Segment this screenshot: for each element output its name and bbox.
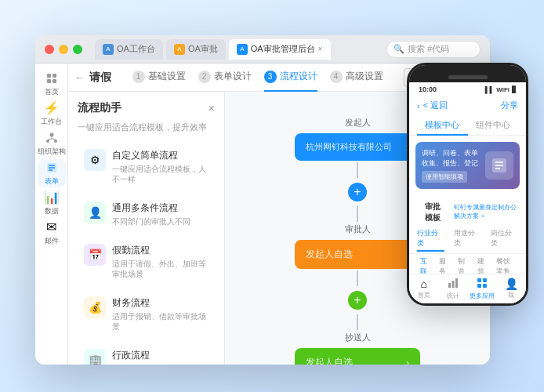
approver-node[interactable]: 发起人自选 ›	[295, 240, 420, 269]
sidebar-item-data[interactable]: 📊 数据	[38, 189, 66, 217]
sidebar-item-work[interactable]: ⚡ 工作台	[38, 100, 66, 128]
flow-item-custom[interactable]: ⚙ 自定义简单流程 一键应用适合流程模板，人不一样	[78, 143, 215, 191]
svg-rect-19	[452, 281, 454, 288]
connector-2	[357, 206, 358, 222]
conditional-flow-title: 通用多条件流程	[112, 201, 209, 215]
phone-status-icons: ▌▌ WiFi ▊	[485, 86, 517, 93]
flow-item-conditional[interactable]: 👤 通用多条件流程 不同部门的审批人不同	[78, 195, 215, 233]
form-icon	[45, 161, 59, 175]
phone-nav-stats-label: 统计	[447, 292, 459, 300]
phone-nav-more-label: 更多应用	[470, 292, 495, 300]
flow-panel: 流程助手 × 一键应用适合流程模板，提升效率 ⚙ 自定义简单流程 一键应用适合流…	[68, 92, 225, 365]
phone-tabs-row: 模板中心 组件中心	[409, 116, 526, 136]
phone-status-bar: 10:00 ▌▌ WiFi ▊	[409, 82, 526, 95]
tab-basic-settings[interactable]: 1 基础设置	[132, 64, 186, 92]
admin-flow-title: 行政流程	[112, 349, 209, 362]
svg-rect-22	[483, 278, 487, 282]
finance-flow-title: 财务流程	[112, 296, 209, 310]
phone-banner-button[interactable]: 使用智能填项	[422, 171, 467, 183]
tab-form-design[interactable]: 2 表单设计	[198, 64, 252, 92]
cc-value: 发起人自选	[306, 356, 353, 365]
sidebar-item-org[interactable]: 组织架构	[38, 129, 66, 158]
wifi-icon: WiFi	[496, 86, 510, 93]
conditional-flow-desc: 不同部门的审批人不同	[112, 216, 209, 227]
phone-content: ‹ < 返回 分享 模板中心 组件中心 调研、问卷、表单 收集、报告、登记 使用…	[409, 95, 526, 306]
phone-template-link[interactable]: 钉钉专属量身定制办公解决方案 >	[454, 203, 518, 220]
add-node-btn-2[interactable]: +	[348, 291, 367, 310]
svg-line-9	[52, 139, 56, 140]
tab-oa-approval[interactable]: A OA审批	[166, 39, 226, 60]
svg-line-8	[48, 139, 52, 140]
leave-flow-desc: 适用于请假、外出、加班等审批场景	[112, 259, 209, 279]
step-num-3: 3	[264, 71, 277, 83]
phone-nav-more-icon	[477, 278, 488, 291]
flow-item-admin[interactable]: 🏢 行政流程 适用于物品采购/用印申请等审批场景	[78, 343, 215, 365]
phone-nav-profile[interactable]: 👤 我	[497, 278, 526, 300]
approver-label: 审批人	[345, 223, 371, 235]
phone-cat-tab-use[interactable]: 用途分类	[454, 228, 481, 252]
phone-back-label: < 返回	[423, 100, 448, 111]
search-bar[interactable]: 🔍 搜索 #代码	[386, 41, 481, 58]
phone-nav-more[interactable]: 更多应用	[468, 278, 497, 300]
finance-flow-desc: 适用于报销、借款等审批场景	[112, 311, 209, 332]
sidebar-label-form: 表单	[45, 176, 59, 187]
tab-icon-oa-workspace: A	[103, 44, 114, 55]
phone-tab-component[interactable]: 组件中心	[468, 116, 519, 135]
phone-cat-tab-position[interactable]: 岗位分类	[491, 228, 518, 252]
tab-label-oa-admin: OA审批管理后台	[251, 43, 315, 55]
custom-flow-icon: ⚙	[84, 149, 106, 171]
tab-form-label: 表单设计	[214, 70, 252, 83]
svg-rect-1	[53, 74, 56, 78]
maximize-traffic-light[interactable]	[73, 45, 82, 54]
panel-close-button[interactable]: ×	[209, 102, 215, 114]
phone-nav-home[interactable]: ⌂ 首页	[409, 278, 438, 300]
phone-nav-stats-icon	[448, 278, 459, 291]
tab-close-icon[interactable]: ×	[318, 45, 323, 53]
connector-4	[357, 314, 358, 330]
sidebar: 首页 ⚡ 工作台 组织架构 表单 📊 数据	[35, 64, 68, 365]
tab-oa-workspace[interactable]: A OA工作台	[95, 39, 163, 60]
tab-label-oa-workspace: OA工作台	[117, 43, 155, 55]
flow-item-finance[interactable]: 💰 财务流程 适用于报销、借款等审批场景	[78, 290, 215, 338]
svg-rect-21	[477, 278, 481, 282]
sidebar-label-mail: 邮件	[45, 236, 59, 246]
panel-subtitle: 一键应用适合流程模板，提升效率	[78, 122, 215, 133]
work-icon: ⚡	[45, 101, 59, 115]
panel-title: 流程助手	[78, 101, 121, 115]
initiator-value: 杭州网钉科技有限公司	[306, 141, 392, 153]
step-num-1: 1	[132, 71, 145, 83]
sidebar-label-org: 组织架构	[38, 147, 66, 157]
sidebar-item-mail[interactable]: ✉ 邮件	[38, 219, 66, 247]
phone-tab-template[interactable]: 模板中心	[417, 116, 468, 136]
cc-label: 抄送人	[345, 332, 371, 343]
phone-time: 10:00	[419, 85, 437, 93]
cc-node[interactable]: 发起人自选 ›	[295, 348, 420, 365]
custom-flow-desc: 一键应用适合流程模板，人不一样	[112, 164, 209, 184]
tab-advanced-settings[interactable]: 4 高级设置	[330, 64, 383, 92]
phone-category-tabs: 行业分类 用途分类 岗位分类	[409, 227, 526, 254]
sidebar-item-form[interactable]: 表单	[38, 159, 66, 187]
connector-1	[357, 162, 358, 178]
close-traffic-light[interactable]	[45, 45, 54, 54]
back-arrow[interactable]: ←	[74, 71, 85, 83]
initiator-node[interactable]: 杭州网钉科技有限公司 ›	[295, 133, 420, 161]
tab-flow-design[interactable]: 3 流程设计	[264, 64, 317, 92]
svg-rect-2	[47, 79, 51, 83]
minimize-traffic-light[interactable]	[59, 45, 68, 54]
phone-nav-home-icon: ⌂	[420, 278, 426, 290]
phone-banner[interactable]: 调研、问卷、表单 收集、报告、登记 使用智能填项	[415, 142, 520, 189]
add-node-btn-1[interactable]: +	[348, 183, 367, 201]
tab-oa-admin[interactable]: A OA审批管理后台 ×	[229, 39, 331, 60]
svg-rect-3	[53, 79, 56, 83]
svg-rect-18	[448, 283, 451, 288]
tab-flow-label: 流程设计	[280, 70, 317, 83]
phone-banner-text: 调研、问卷、表单 收集、报告、登记	[422, 148, 478, 168]
flow-item-leave[interactable]: 📅 假勤流程 适用于请假、外出、加班等审批场景	[78, 238, 215, 285]
phone-share-button[interactable]: 分享	[501, 100, 518, 111]
phone-back-button[interactable]: ‹ < 返回	[417, 100, 448, 111]
phone-cat-tab-industry[interactable]: 行业分类	[417, 228, 444, 252]
phone-nav-stats[interactable]: 统计	[438, 278, 467, 300]
sidebar-item-home[interactable]: 首页	[38, 70, 66, 98]
phone-banner-icon	[485, 151, 513, 180]
signal-icon: ▌▌	[485, 86, 494, 93]
